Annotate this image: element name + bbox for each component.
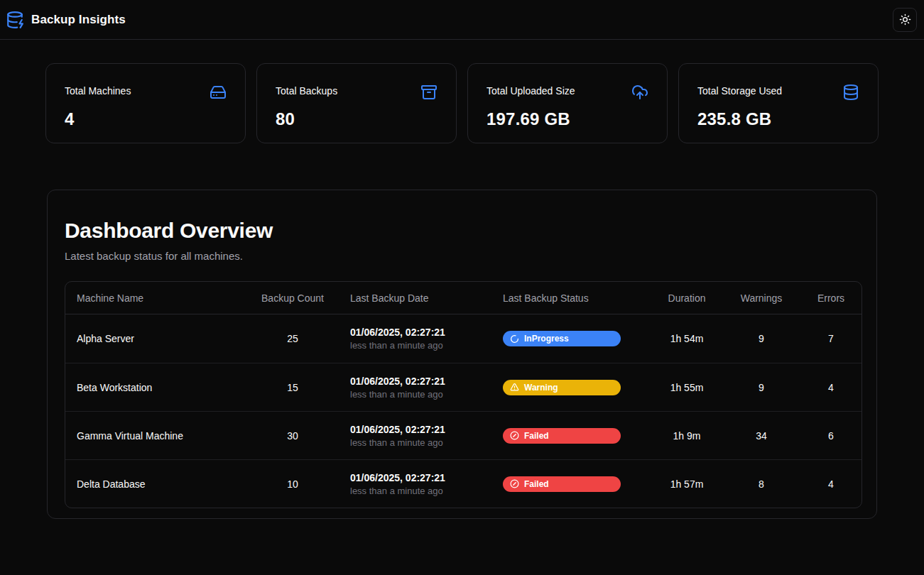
app-header: Backup Insights (0, 0, 924, 40)
machine-name-cell: Delta Database (65, 459, 246, 508)
stat-card-total-storage-used: Total Storage Used 235.8 GB (678, 63, 879, 143)
date-primary: 01/06/2025, 02:27:21 (350, 376, 480, 387)
last-backup-status-cell: Warning (491, 363, 651, 411)
theme-toggle-button[interactable] (893, 8, 917, 32)
backup-table-body: Alpha Server 25 01/06/2025, 02:27:21 les… (65, 314, 862, 508)
loader-icon (510, 334, 519, 344)
col-errors: Errors (800, 282, 862, 314)
sun-icon (899, 13, 911, 26)
duration-cell: 1h 55m (651, 363, 722, 411)
stat-value: 80 (276, 109, 437, 129)
warnings-cell: 9 (722, 314, 800, 363)
machine-name-cell: Gamma Virtual Machine (65, 411, 246, 459)
stat-card-total-machines: Total Machines 4 (45, 63, 246, 143)
warnings-cell: 9 (722, 363, 800, 411)
col-backup-count: Backup Count (246, 282, 339, 314)
col-last-backup-status: Last Backup Status (491, 282, 651, 314)
last-backup-status-cell: InProgress (491, 314, 651, 363)
brand: Backup Insights (6, 11, 126, 29)
last-backup-date-cell: 01/06/2025, 02:27:21 less than a minute … (339, 459, 491, 508)
stat-value: 197.69 GB (487, 109, 648, 129)
backup-count-cell: 30 (246, 411, 339, 459)
overview-card: Dashboard Overview Latest backup status … (47, 190, 877, 519)
status-badge: Failed (503, 476, 621, 492)
stat-label: Total Backups (276, 84, 337, 97)
errors-cell: 4 (800, 459, 862, 508)
table-row: Delta Database 10 01/06/2025, 02:27:21 l… (65, 459, 862, 508)
stat-label: Total Storage Used (697, 84, 782, 97)
stats-row: Total Machines 4 Total Backups 80 (0, 40, 924, 143)
date-relative: less than a minute ago (350, 340, 480, 351)
date-primary: 01/06/2025, 02:27:21 (350, 327, 480, 338)
status-label: Warning (524, 383, 558, 393)
status-badge: Failed (503, 428, 621, 444)
stat-value: 235.8 GB (697, 109, 859, 129)
hard-drive-icon (210, 84, 227, 101)
date-relative: less than a minute ago (350, 389, 480, 400)
database-icon (842, 84, 859, 101)
cloud-upload-icon (631, 84, 648, 101)
table-wrap: Machine Name Backup Count Last Backup Da… (65, 281, 859, 508)
stat-card-total-uploaded-size: Total Uploaded Size 197.69 GB (467, 63, 668, 143)
table-row: Alpha Server 25 01/06/2025, 02:27:21 les… (65, 314, 862, 363)
last-backup-status-cell: Failed (491, 411, 651, 459)
backup-count-cell: 25 (246, 314, 339, 363)
errors-cell: 7 (800, 314, 862, 363)
archive-icon (420, 84, 437, 101)
date-relative: less than a minute ago (350, 486, 480, 496)
x-circle-icon (510, 431, 519, 440)
duration-cell: 1h 54m (651, 314, 722, 363)
last-backup-date-cell: 01/06/2025, 02:27:21 less than a minute … (339, 314, 491, 363)
col-last-backup-date: Last Backup Date (339, 282, 491, 314)
warnings-cell: 34 (722, 411, 800, 459)
last-backup-date-cell: 01/06/2025, 02:27:21 less than a minute … (339, 411, 491, 459)
stat-label: Total Machines (65, 84, 131, 97)
col-duration: Duration (651, 282, 722, 314)
status-badge: Warning (503, 380, 621, 395)
table-row: Beta Workstation 15 01/06/2025, 02:27:21… (65, 363, 862, 411)
page-subtitle: Latest backup status for all machines. (65, 250, 859, 262)
warnings-cell: 8 (722, 459, 800, 508)
status-label: InProgress (524, 334, 569, 344)
page-title: Dashboard Overview (65, 219, 859, 243)
col-warnings: Warnings (722, 282, 800, 314)
col-machine-name: Machine Name (65, 282, 246, 314)
duration-cell: 1h 9m (651, 411, 722, 459)
errors-cell: 6 (800, 411, 862, 459)
machine-name-cell: Beta Workstation (65, 363, 246, 411)
backup-count-cell: 15 (246, 363, 339, 411)
alert-triangle-icon (510, 383, 519, 392)
status-label: Failed (524, 431, 549, 441)
machine-name-cell: Alpha Server (65, 314, 246, 363)
date-primary: 01/06/2025, 02:27:21 (350, 472, 480, 483)
last-backup-date-cell: 01/06/2025, 02:27:21 less than a minute … (339, 363, 491, 411)
status-badge: InProgress (503, 331, 621, 346)
date-relative: less than a minute ago (350, 437, 480, 448)
backup-table: Machine Name Backup Count Last Backup Da… (65, 281, 862, 508)
date-primary: 01/06/2025, 02:27:21 (350, 424, 480, 435)
stat-card-total-backups: Total Backups 80 (256, 63, 457, 143)
errors-cell: 4 (800, 363, 862, 411)
stat-label: Total Uploaded Size (487, 84, 575, 97)
stat-value: 4 (65, 109, 227, 129)
duration-cell: 1h 57m (651, 459, 722, 508)
table-header: Machine Name Backup Count Last Backup Da… (65, 282, 862, 314)
backup-count-cell: 10 (246, 459, 339, 508)
status-label: Failed (524, 479, 549, 489)
table-row: Gamma Virtual Machine 30 01/06/2025, 02:… (65, 411, 862, 459)
database-zap-icon (6, 11, 24, 29)
app-title: Backup Insights (31, 13, 126, 27)
last-backup-status-cell: Failed (491, 459, 651, 508)
x-circle-icon (510, 479, 519, 488)
